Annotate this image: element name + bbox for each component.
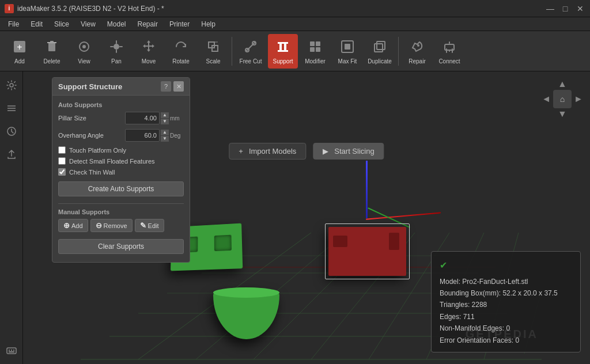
menu-edit[interactable]: Edit — [25, 17, 48, 31]
touch-platform-checkbox[interactable] — [58, 146, 66, 154]
info-non-manifold: Non-Manifold Edges: 0 — [440, 323, 572, 334]
delete-label: Delete — [44, 58, 60, 65]
clear-supports-button[interactable]: Clear Supports — [58, 239, 184, 254]
main-area: ▲ ◄ ⌂ ► ▼ +Import Models ▶Start Slicing … — [0, 71, 590, 364]
nav-up-arrow[interactable]: ▲ — [558, 79, 567, 89]
sidebar-layers-icon[interactable] — [2, 99, 21, 117]
overhang-angle-up[interactable]: ▲ — [161, 130, 169, 135]
detect-small-checkbox[interactable] — [58, 157, 66, 165]
repair-icon — [408, 37, 426, 56]
tool-move[interactable]: Move — [134, 34, 164, 69]
support-label: Support — [273, 58, 293, 65]
tool-freecut[interactable]: Free Cut — [236, 34, 266, 69]
action-bar: +Import Models ▶Start Slicing — [229, 143, 384, 160]
pan-icon — [107, 37, 126, 56]
create-auto-supports-button[interactable]: Create Auto Supports — [58, 181, 184, 196]
support-close-button[interactable]: ✕ — [173, 81, 184, 92]
tool-rotate[interactable]: Rotate — [166, 34, 196, 69]
menu-help[interactable]: Help — [195, 17, 221, 31]
manual-remove-button[interactable]: ⊖ Remove — [90, 219, 133, 232]
tool-delete[interactable]: Delete — [37, 34, 67, 69]
tool-add[interactable]: + Add — [5, 34, 35, 69]
tool-scale[interactable]: Scale — [198, 34, 228, 69]
tool-pan[interactable]: Pan — [101, 34, 131, 69]
freecut-icon — [241, 37, 260, 56]
support-panel-title: Support Structure — [58, 82, 122, 91]
panel-header-icons: ? ✕ — [161, 81, 184, 92]
pillar-size-down[interactable]: ▼ — [161, 119, 169, 124]
tool-duplicate[interactable]: Duplicate — [365, 34, 395, 69]
check-thin-wall-checkbox[interactable] — [58, 168, 66, 176]
tool-support[interactable]: Support — [268, 34, 298, 69]
menu-view[interactable]: View — [75, 17, 101, 31]
viewport[interactable]: ▲ ◄ ⌂ ► ▼ +Import Models ▶Start Slicing … — [23, 71, 590, 364]
svg-rect-16 — [278, 42, 288, 44]
title-text: ideaMaker 3.5.2 (RAISE3D N2 - V2 Hot End… — [17, 5, 164, 13]
support-panel-body: Auto Supports Pillar Size ▲ ▼ mm Overhan… — [52, 96, 190, 262]
menu-slice[interactable]: Slice — [48, 17, 75, 31]
delete-icon — [43, 37, 61, 56]
pillar-size-input[interactable] — [125, 112, 160, 124]
nav-cube: ▲ ◄ ⌂ ► ▼ — [544, 81, 581, 117]
maxfit-icon — [338, 37, 357, 56]
start-slicing-button[interactable]: ▶Start Slicing — [313, 143, 384, 160]
overhang-angle-input[interactable] — [125, 129, 160, 142]
nav-right-arrow[interactable]: ► — [574, 94, 583, 104]
sidebar-settings-icon[interactable] — [2, 76, 21, 94]
import-models-button[interactable]: +Import Models — [229, 143, 306, 160]
modifier-label: Modifier — [305, 58, 326, 65]
svg-rect-36 — [9, 351, 14, 352]
info-model: Model: Pro2-FanDuct-Left.stl — [440, 276, 572, 287]
info-edges: Edges: 711 — [440, 311, 572, 323]
tool-connect[interactable]: Connect — [434, 34, 464, 69]
tool-repair[interactable]: Repair — [402, 34, 432, 69]
sidebar-keyboard-icon[interactable] — [2, 341, 21, 359]
menu-file[interactable]: File — [2, 17, 25, 31]
svg-text:+: + — [17, 42, 22, 52]
add-label: Add — [14, 58, 25, 65]
sidebar-upload-icon[interactable] — [2, 145, 21, 164]
move-label: Move — [142, 58, 156, 65]
title-bar: i ideaMaker 3.5.2 (RAISE3D N2 - V2 Hot E… — [0, 0, 590, 17]
menu-printer[interactable]: Printer — [164, 17, 195, 31]
overhang-angle-down[interactable]: ▼ — [161, 136, 169, 142]
svg-rect-24 — [377, 41, 385, 50]
rotate-label: Rotate — [172, 58, 189, 65]
manual-edit-button[interactable]: ✎ Edit — [135, 219, 164, 232]
support-help-button[interactable]: ? — [161, 81, 171, 92]
svg-rect-22 — [345, 44, 350, 50]
check-thin-wall-label: Check Thin Wall — [69, 169, 115, 176]
pillar-size-label: Pillar Size — [58, 115, 122, 122]
modifier-icon — [306, 37, 324, 56]
sidebar-history-icon[interactable] — [2, 122, 21, 141]
info-triangles: Triangles: 2288 — [440, 299, 572, 310]
pillar-size-up[interactable]: ▲ — [161, 112, 169, 118]
nav-home-button[interactable]: ⌂ — [553, 90, 572, 108]
nav-down-arrow[interactable]: ▼ — [558, 109, 567, 119]
nav-left-arrow[interactable]: ◄ — [542, 94, 551, 104]
close-button[interactable]: ✕ — [575, 3, 585, 14]
tool-maxfit[interactable]: Max Fit — [332, 34, 362, 69]
manual-add-button[interactable]: ⊕ Add — [58, 219, 88, 232]
manual-supports-label: Manual Supports — [58, 208, 184, 215]
svg-point-7 — [114, 44, 119, 50]
svg-rect-19 — [316, 41, 320, 46]
add-btn-label: Add — [71, 222, 83, 229]
maximize-button[interactable]: □ — [560, 3, 570, 14]
minimize-button[interactable]: — — [545, 3, 555, 14]
tool-modifier[interactable]: Modifier — [300, 34, 330, 69]
duplicate-label: Duplicate — [368, 58, 392, 65]
svg-rect-23 — [375, 44, 383, 52]
freecut-label: Free Cut — [240, 58, 262, 65]
menu-model[interactable]: Model — [101, 17, 132, 31]
svg-rect-17 — [310, 41, 315, 46]
scale-label: Scale — [206, 58, 220, 65]
pillar-size-row: Pillar Size ▲ ▼ mm — [58, 112, 184, 124]
info-panel: ✔ Model: Pro2-FanDuct-Left.stl Bounding … — [431, 251, 581, 352]
overhang-angle-input-group: ▲ ▼ Deg — [125, 129, 184, 142]
menu-repair[interactable]: Repair — [132, 17, 164, 31]
duplicate-icon — [370, 37, 389, 56]
tool-view[interactable]: View — [69, 34, 99, 69]
touch-platform-label: Touch Platform Only — [69, 147, 126, 154]
3d-object-red-box[interactable] — [328, 227, 406, 276]
